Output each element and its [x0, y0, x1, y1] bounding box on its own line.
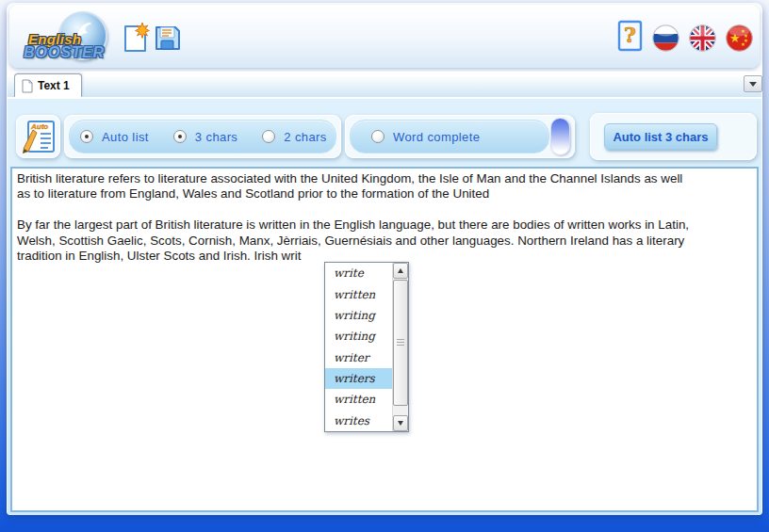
- suggestion-item[interactable]: written: [325, 283, 392, 304]
- suggestion-item[interactable]: writing: [325, 305, 392, 326]
- chevron-down-icon: [749, 82, 757, 87]
- editor-line: By far the largest part of British liter…: [17, 218, 752, 233]
- suggestion-list: write written writing writing writer wri…: [325, 263, 392, 431]
- chevron-up-icon: [398, 268, 403, 273]
- chevron-down-icon: [398, 421, 403, 426]
- tab-text1[interactable]: Text 1: [14, 73, 82, 97]
- radio-word-complete[interactable]: Word complete: [371, 130, 480, 144]
- main-window: English BOOSTER: [7, 3, 762, 515]
- svg-text:?: ?: [624, 23, 636, 47]
- document-icon: [22, 79, 33, 93]
- russian-flag-icon[interactable]: [652, 24, 679, 56]
- action-button-panel: Auto list 3 chars: [590, 113, 757, 160]
- radio-3-chars-control[interactable]: [173, 130, 187, 143]
- header-bar: English BOOSTER: [9, 5, 760, 68]
- auto-list-options-panel: Auto list 3 chars 2 chars: [64, 115, 341, 158]
- listbox-scrollbar[interactable]: [392, 263, 408, 431]
- editor-line: [17, 202, 752, 218]
- suggestion-item[interactable]: writing: [325, 326, 392, 347]
- suggestion-item[interactable]: writes: [325, 411, 392, 431]
- app-window: English BOOSTER: [0, 0, 769, 532]
- word-complete-radio-group: Word complete: [350, 120, 549, 153]
- uk-flag-icon[interactable]: [689, 24, 716, 56]
- word-complete-panel: Word complete: [345, 115, 575, 158]
- scrollbar-thumb[interactable]: [393, 280, 408, 406]
- editor-line: British literature refers to literature …: [17, 171, 752, 186]
- word-suggestion-listbox: write written writing writing writer wri…: [324, 262, 409, 432]
- radio-word-complete-control[interactable]: [371, 130, 384, 143]
- suggestion-item[interactable]: writer: [325, 347, 392, 368]
- radio-auto-list-control[interactable]: [80, 130, 93, 143]
- tab-page: Auto Auto list: [8, 97, 761, 515]
- scroll-down-button[interactable]: [393, 415, 408, 431]
- editor-line: as to literature from England, Wales and…: [17, 186, 752, 202]
- auto-list-icon: Auto: [20, 118, 57, 155]
- radio-2-chars-label: 2 chars: [284, 130, 326, 144]
- svg-text:★: ★: [741, 41, 745, 47]
- radio-word-complete-label: Word complete: [393, 130, 480, 144]
- vertical-slider-handle[interactable]: [550, 118, 570, 155]
- suggestion-item[interactable]: written: [325, 389, 392, 410]
- auto-list-3-chars-button[interactable]: Auto list 3 chars: [604, 123, 717, 150]
- radio-auto-list-label: Auto list: [102, 130, 149, 144]
- radio-2-chars[interactable]: 2 chars: [262, 130, 326, 144]
- tab-label: Text 1: [38, 79, 70, 92]
- app-logo: English BOOSTER: [21, 7, 120, 65]
- tab-bar: Text 1: [8, 72, 761, 97]
- suggestion-item-selected[interactable]: writers: [325, 368, 392, 389]
- save-icon[interactable]: [153, 24, 182, 56]
- radio-3-chars-label: 3 chars: [195, 130, 237, 144]
- radio-2-chars-control[interactable]: [262, 130, 275, 143]
- new-document-icon[interactable]: [122, 22, 150, 56]
- help-icon[interactable]: ?: [617, 20, 643, 56]
- scroll-up-button[interactable]: [393, 263, 408, 279]
- radio-auto-list[interactable]: Auto list: [80, 130, 149, 144]
- auto-list-radio-group: Auto list 3 chars 2 chars: [69, 120, 336, 153]
- china-flag-icon[interactable]: ★ ★ ★ ★ ★: [726, 24, 753, 56]
- autolist-tool-panel: Auto: [16, 115, 60, 158]
- radio-3-chars[interactable]: 3 chars: [173, 130, 237, 144]
- tab-list-dropdown-button[interactable]: [744, 75, 762, 92]
- suggestion-item[interactable]: write: [325, 263, 392, 283]
- brand-line2: BOOSTER: [24, 44, 105, 61]
- editor-line: Welsh, Scottish Gaelic, Scots, Cornish, …: [17, 234, 752, 249]
